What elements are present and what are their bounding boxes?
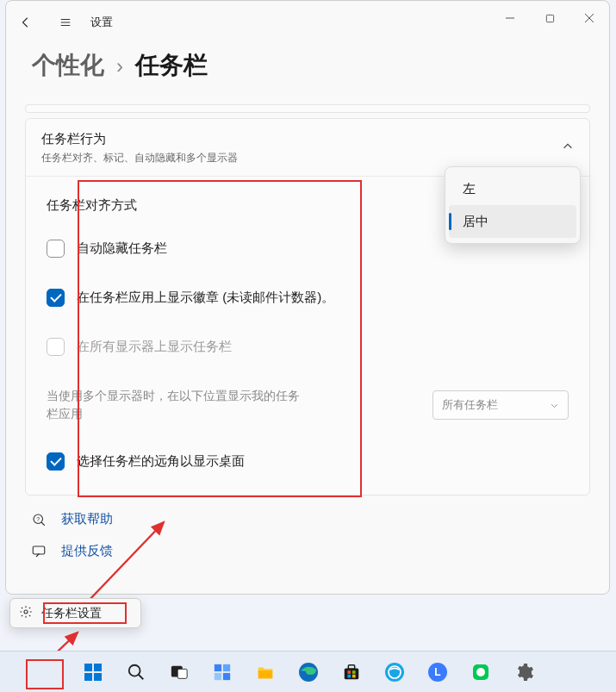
svg-rect-30 xyxy=(352,670,355,674)
minimize-button[interactable] xyxy=(490,1,530,35)
annotation-red-box-context xyxy=(43,602,127,624)
svg-rect-28 xyxy=(348,664,354,669)
store-button[interactable] xyxy=(339,660,364,684)
taskbar-behaviors-panel: 任务栏行为 任务栏对齐、标记、自动隐藏和多个显示器 任务栏对齐方式 自动隐藏任务… xyxy=(25,118,590,496)
app-icon-3[interactable] xyxy=(469,660,493,684)
panel-subtitle: 任务栏对齐、标记、自动隐藏和多个显示器 xyxy=(41,151,238,165)
maximize-button[interactable] xyxy=(530,1,569,35)
badges-checkbox[interactable] xyxy=(47,289,65,307)
task-view-button[interactable] xyxy=(167,660,191,684)
app-icon-1[interactable] xyxy=(383,660,407,684)
svg-text:?: ? xyxy=(36,515,40,521)
annotation-red-box-taskbar xyxy=(26,659,64,689)
multi-monitor-row: 当使用多个显示器时，在以下位置显示我的任务栏应用 所有任务栏 xyxy=(47,387,569,423)
svg-rect-24 xyxy=(222,672,229,679)
search-button[interactable] xyxy=(124,660,148,684)
badges-label: 在任务栏应用上显示徽章 (未读邮件计数器)。 xyxy=(77,290,334,306)
breadcrumb-separator: › xyxy=(116,54,123,78)
svg-rect-4 xyxy=(546,15,553,22)
app-icon-2[interactable]: L xyxy=(426,660,450,684)
chevron-up-icon xyxy=(562,140,574,156)
alignment-dropdown-popup: 左 居中 xyxy=(445,166,581,244)
breadcrumb-parent[interactable]: 个性化 xyxy=(32,49,104,82)
breadcrumb: 个性化 › 任务栏 xyxy=(6,44,609,104)
svg-text:L: L xyxy=(434,666,440,678)
svg-rect-29 xyxy=(347,670,351,674)
svg-line-18 xyxy=(138,674,143,679)
close-button[interactable] xyxy=(569,1,609,35)
feedback-icon xyxy=(30,544,47,559)
gear-icon xyxy=(19,605,33,622)
multi-monitor-label: 当使用多个显示器时，在以下位置显示我的任务栏应用 xyxy=(47,387,305,423)
autohide-checkbox[interactable] xyxy=(47,240,65,258)
back-button[interactable] xyxy=(6,5,46,40)
svg-rect-9 xyxy=(33,546,45,554)
svg-rect-15 xyxy=(84,673,92,681)
svg-rect-31 xyxy=(347,674,351,677)
autohide-label: 自动隐藏任务栏 xyxy=(77,240,167,257)
window-title: 设置 xyxy=(90,15,113,30)
svg-point-11 xyxy=(24,610,28,614)
svg-rect-14 xyxy=(94,664,102,671)
svg-rect-32 xyxy=(352,674,355,677)
title-bar: 设置 xyxy=(6,1,609,44)
svg-rect-20 xyxy=(177,669,187,678)
svg-rect-13 xyxy=(84,664,92,671)
svg-rect-27 xyxy=(344,668,358,679)
settings-app-button[interactable] xyxy=(512,660,536,684)
svg-point-17 xyxy=(128,664,140,676)
all-monitors-label: 在所有显示器上显示任务栏 xyxy=(77,339,232,355)
alignment-option-left[interactable]: 左 xyxy=(449,172,576,205)
badges-row[interactable]: 在任务栏应用上显示徽章 (未读邮件计数器)。 xyxy=(47,289,569,307)
svg-rect-23 xyxy=(214,672,221,679)
edge-button[interactable] xyxy=(296,660,320,684)
alignment-option-center[interactable]: 居中 xyxy=(449,205,576,238)
start-button[interactable] xyxy=(81,660,105,684)
svg-rect-21 xyxy=(214,664,221,670)
svg-rect-25 xyxy=(258,670,272,678)
widgets-button[interactable] xyxy=(210,660,234,684)
help-icon: ? xyxy=(30,512,47,527)
content-area: 任务栏行为 任务栏对齐、标记、自动隐藏和多个显示器 任务栏对齐方式 自动隐藏任务… xyxy=(6,104,609,496)
svg-line-10 xyxy=(86,522,164,603)
svg-rect-22 xyxy=(222,664,229,670)
far-corner-label: 选择任务栏的远角以显示桌面 xyxy=(77,453,245,470)
settings-window: 设置 个性化 › 任务栏 任务栏行为 任务栏对齐、标记、自动隐藏和多个显示器 xyxy=(5,0,610,595)
file-explorer-button[interactable] xyxy=(253,660,277,684)
multi-monitor-dropdown: 所有任务栏 xyxy=(432,390,569,420)
alignment-label: 任务栏对齐方式 xyxy=(47,197,137,214)
collapsed-panel-placeholder[interactable] xyxy=(25,104,590,113)
svg-point-37 xyxy=(476,668,485,676)
multi-monitor-dropdown-value: 所有任务栏 xyxy=(442,397,498,413)
svg-rect-16 xyxy=(94,673,102,681)
far-corner-checkbox[interactable] xyxy=(47,452,65,471)
all-monitors-row: 在所有显示器上显示任务栏 xyxy=(47,338,569,356)
far-corner-row[interactable]: 选择任务栏的远角以显示桌面 xyxy=(47,452,569,471)
breadcrumb-current: 任务栏 xyxy=(135,49,208,82)
panel-title: 任务栏行为 xyxy=(41,131,238,147)
all-monitors-checkbox xyxy=(47,338,65,356)
hamburger-menu-button[interactable] xyxy=(46,5,85,40)
panel-body: 任务栏对齐方式 自动隐藏任务栏 在任务栏应用上显示徽章 (未读邮件计数器)。 在… xyxy=(26,177,589,495)
windows-taskbar[interactable]: L xyxy=(0,651,616,692)
chevron-down-icon xyxy=(550,401,559,410)
